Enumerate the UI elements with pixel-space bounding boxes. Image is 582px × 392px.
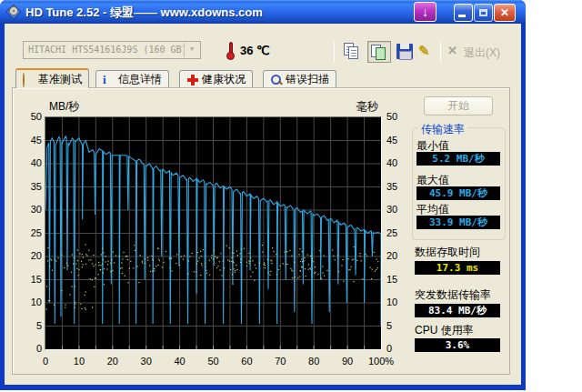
minimize-button[interactable]	[454, 4, 473, 22]
plot-area	[45, 116, 382, 350]
x-axis-tick: 100%	[365, 356, 397, 367]
y-axis-left-tick: 30	[18, 204, 42, 215]
y-axis-right-tick: 40	[386, 157, 414, 168]
y-axis-right-tick: 50	[386, 111, 414, 122]
minimize-icon	[458, 15, 466, 17]
chevron-down-icon[interactable]: ▼	[184, 43, 199, 57]
x-axis-tick: 80	[297, 356, 330, 367]
y-axis-left-tick: 20	[18, 250, 42, 261]
y-axis-left-tick: 10	[18, 297, 42, 307]
tab-label: 错误扫描	[286, 72, 329, 87]
y-axis-right-tick: 0	[386, 343, 414, 354]
x-axis-tick: 50	[197, 356, 230, 367]
app-icon	[6, 5, 21, 19]
titlebar[interactable]: HD Tune 2.52 - 绿盟—— www.xdowns.com ↓ ✕	[0, 0, 526, 24]
y-axis-right-tick: 20	[386, 250, 414, 261]
client-area: HITACHI HTS541616J9S (160 GB) ▼ 36 ℃ ✎	[5, 24, 521, 385]
thermometer-icon	[226, 42, 236, 59]
burst-rate-display: 83.4 MB/秒	[415, 304, 500, 317]
close-icon: ✕	[500, 6, 509, 19]
tab-label: 基准测试	[38, 72, 82, 87]
max-value-display: 45.9 MB/秒	[416, 186, 500, 200]
y-axis-right-tick: 15	[386, 274, 414, 285]
access-time-label: 数据存取时间	[415, 245, 480, 260]
y-axis-left-tick: 0	[18, 343, 42, 354]
y-axis-left-tick: 50	[18, 111, 42, 122]
tab-label: 健康状况	[202, 72, 246, 87]
maximize-button[interactable]	[474, 4, 493, 22]
x-axis-tick: 60	[230, 356, 263, 367]
access-time-display: 17.3 ms	[415, 261, 500, 275]
copy-text-button[interactable]	[342, 41, 364, 63]
left-axis-title: MB/秒	[49, 99, 79, 115]
tab-benchmark[interactable]: 基准测试	[15, 68, 89, 88]
cpu-usage-display: 3.6%	[415, 338, 500, 352]
magnifier-icon	[270, 74, 282, 85]
start-button[interactable]: 开始	[424, 96, 493, 116]
window-title: HD Tune 2.52 - 绿盟—— www.xdowns.com	[25, 5, 263, 21]
toolbar-separator	[440, 42, 441, 62]
y-axis-right-tick: 30	[386, 204, 414, 215]
download-button[interactable]: ↓	[414, 2, 436, 22]
toolbar-separator	[334, 42, 335, 62]
y-axis-left-tick: 45	[18, 135, 42, 146]
x-axis-tick: 20	[96, 356, 129, 367]
benchmark-chart	[45, 117, 381, 349]
burst-rate-label: 突发数据传输率	[415, 287, 491, 303]
drive-select[interactable]: HITACHI HTS541616J9S (160 GB) ▼	[23, 41, 201, 59]
y-axis-right-tick: 5	[386, 320, 414, 331]
tab-info[interactable]: i 信息详情	[95, 70, 169, 88]
y-axis-right-tick: 25	[386, 227, 414, 238]
x-axis-tick: 10	[63, 356, 95, 367]
save-button[interactable]	[394, 41, 416, 63]
exit-button[interactable]: 退出(X)	[464, 45, 500, 61]
tab-label: 信息详情	[118, 72, 162, 87]
floppy-icon	[396, 44, 413, 59]
y-axis-right-tick: 10	[386, 297, 414, 307]
x-axis-tick: 40	[164, 356, 196, 367]
x-axis-tick: 90	[331, 356, 364, 367]
avg-value-display: 33.9 MB/秒	[416, 216, 500, 229]
y-axis-left-tick: 5	[18, 320, 42, 331]
tab-health[interactable]: 健康状况	[179, 70, 253, 88]
maximize-icon	[479, 9, 487, 16]
transfer-rate-group-title: 传输速率	[418, 122, 467, 137]
bulb-icon	[23, 74, 35, 85]
close-button[interactable]: ✕	[494, 4, 516, 22]
right-axis-title: 毫秒	[356, 99, 378, 115]
x-axis-tick: 30	[130, 356, 163, 367]
drive-select-value: HITACHI HTS541616J9S (160 GB)	[28, 45, 187, 55]
brush-icon: ✎	[418, 43, 430, 59]
health-cross-icon	[186, 74, 198, 85]
x-axis-tick: 70	[264, 356, 296, 367]
benchmark-panel: MB/秒 毫秒 50454035302520151050504540353025…	[12, 87, 510, 375]
y-axis-left-tick: 35	[18, 181, 42, 192]
exit-x-icon: ✕	[447, 45, 460, 57]
y-axis-right-tick: 35	[386, 181, 414, 192]
y-axis-left-tick: 25	[18, 227, 42, 238]
info-icon: i	[103, 74, 115, 85]
down-arrow-icon: ↓	[422, 5, 428, 19]
x-axis-tick: 0	[29, 356, 62, 367]
y-axis-right-tick: 45	[386, 135, 414, 146]
copy-image-button[interactable]	[367, 41, 391, 63]
y-axis-left-tick: 40	[18, 157, 42, 168]
tab-error-scan[interactable]: 错误扫描	[263, 70, 336, 88]
min-value-display: 5.2 MB/秒	[416, 152, 500, 166]
app-window: HD Tune 2.52 - 绿盟—— www.xdowns.com ↓ ✕ H…	[0, 0, 526, 390]
y-axis-left-tick: 15	[18, 274, 42, 285]
options-button[interactable]: ✎	[416, 41, 438, 63]
temperature-value: 36 ℃	[240, 44, 270, 57]
cpu-usage-label: CPU 使用率	[415, 323, 474, 338]
